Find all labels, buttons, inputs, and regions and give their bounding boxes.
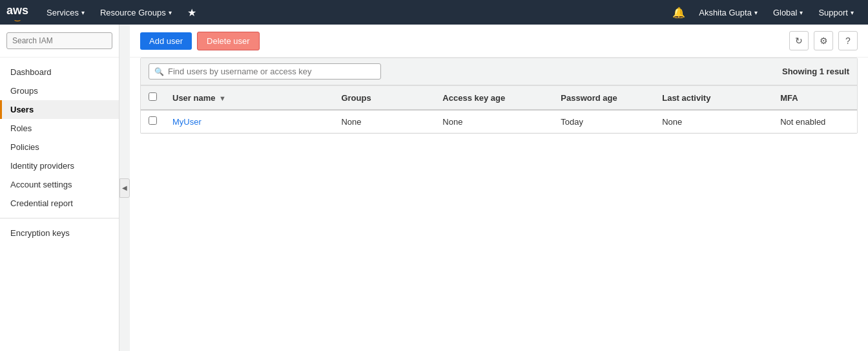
user-link[interactable]: MyUser	[172, 117, 202, 127]
search-box: 🔍	[149, 63, 381, 80]
help-icon: ?	[845, 36, 851, 46]
support-chevron-icon: ▾	[851, 9, 854, 16]
row-checkbox[interactable]	[149, 116, 157, 125]
sidebar-item-users[interactable]: Users	[0, 100, 119, 119]
table-header-username[interactable]: User name ▼	[165, 86, 333, 111]
services-chevron-icon: ▾	[81, 9, 85, 16]
search-iam-input[interactable]	[6, 32, 112, 49]
refresh-icon: ↻	[795, 36, 803, 46]
row-groups-cell: None	[333, 110, 435, 133]
sidebar-item-credential-report[interactable]: Credential report	[0, 194, 119, 213]
services-menu[interactable]: Services ▾	[39, 0, 92, 25]
user-search-input[interactable]	[168, 67, 375, 76]
sidebar-item-groups[interactable]: Groups	[0, 81, 119, 100]
sidebar-item-identity-providers[interactable]: Identity providers	[0, 156, 119, 175]
table-header-password-age: Password age	[553, 86, 654, 111]
refresh-button[interactable]: ↻	[789, 31, 809, 50]
resource-groups-menu[interactable]: Resource Groups ▾	[92, 0, 180, 25]
delete-user-button[interactable]: Delete user	[197, 32, 259, 50]
sidebar-search-area	[0, 25, 119, 58]
sidebar-item-encryption-keys[interactable]: Encryption keys	[0, 224, 119, 242]
sidebar-divider	[0, 218, 119, 218]
region-menu[interactable]: Global ▾	[765, 0, 811, 25]
bookmarks-icon[interactable]: ★	[180, 0, 204, 25]
table-body: MyUser None None Today	[141, 110, 857, 133]
sidebar-item-account-settings[interactable]: Account settings	[0, 175, 119, 194]
add-user-button[interactable]: Add user	[140, 32, 192, 50]
search-icon: 🔍	[154, 67, 164, 76]
row-password-age-cell: Today	[553, 110, 654, 133]
table-header-access-key-age: Access key age	[435, 86, 553, 111]
settings-button[interactable]: ⚙	[814, 31, 833, 50]
sidebar-item-roles[interactable]: Roles	[0, 119, 119, 138]
support-menu[interactable]: Support ▾	[811, 0, 862, 25]
row-mfa-cell: Not enabled	[772, 110, 857, 133]
table-header-select-all[interactable]	[141, 86, 165, 111]
table-header-mfa: MFA	[772, 86, 857, 111]
sidebar-collapse-button[interactable]: ◀	[119, 178, 130, 198]
row-username-cell: MyUser	[165, 110, 333, 133]
table-header-last-activity: Last activity	[654, 86, 772, 111]
sidebar-navigation: Dashboard Groups Users Roles Policies Id…	[0, 58, 119, 248]
main-content: Add user Delete user ↻ ⚙ ? 🔍	[130, 25, 868, 351]
region-chevron-icon: ▾	[800, 9, 803, 16]
help-button[interactable]: ?	[838, 31, 858, 50]
row-checkbox-cell[interactable]	[141, 110, 165, 133]
sidebar-item-dashboard[interactable]: Dashboard	[0, 63, 119, 81]
users-table-wrapper: 🔍 Showing 1 result User name	[140, 58, 858, 134]
select-all-checkbox[interactable]	[149, 92, 157, 101]
notifications-icon[interactable]: 🔔	[666, 0, 691, 25]
showing-result: Showing 1 result	[782, 67, 849, 76]
user-chevron-icon: ▾	[754, 9, 758, 16]
aws-logo[interactable]: aws ‿	[6, 5, 28, 21]
user-menu[interactable]: Akshita Gupta ▾	[691, 0, 765, 25]
table-row: MyUser None None Today	[141, 110, 857, 133]
users-table-section: 🔍 Showing 1 result User name	[130, 58, 868, 144]
collapse-icon: ◀	[122, 184, 127, 191]
settings-icon: ⚙	[820, 36, 828, 46]
top-navigation: aws ‿ Services ▾ Resource Groups ▾ ★ 🔔 A…	[0, 0, 868, 25]
users-toolbar: Add user Delete user ↻ ⚙ ?	[130, 25, 868, 58]
users-table: User name ▼ Groups Access key age Passwo…	[141, 85, 857, 133]
username-sort-icon: ▼	[219, 94, 226, 102]
table-header: User name ▼ Groups Access key age Passwo…	[141, 86, 857, 111]
table-header-groups: Groups	[333, 86, 435, 111]
table-search-bar: 🔍 Showing 1 result	[141, 58, 857, 85]
row-access-key-age-cell: None	[435, 110, 553, 133]
resource-groups-chevron-icon: ▾	[169, 9, 172, 16]
row-last-activity-cell: None	[654, 110, 772, 133]
sidebar-item-policies[interactable]: Policies	[0, 138, 119, 156]
sidebar: Dashboard Groups Users Roles Policies Id…	[0, 25, 119, 351]
